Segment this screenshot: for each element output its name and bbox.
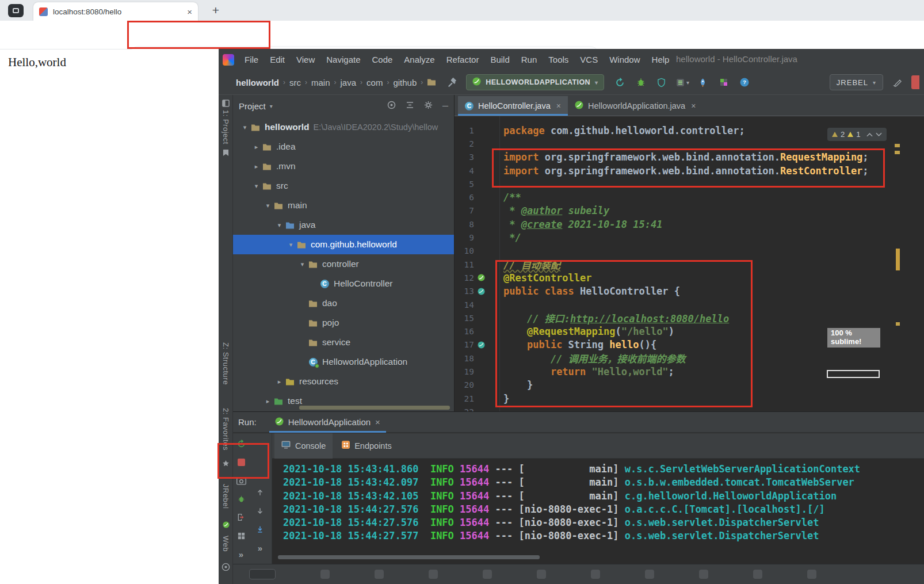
scrollbar-thumb-mark[interactable] bbox=[896, 249, 900, 270]
tree-item-main[interactable]: ▾main bbox=[233, 196, 454, 215]
project-panel-title[interactable]: Project bbox=[239, 101, 266, 111]
console-output[interactable]: 2021-10-18 15:43:41.860 INFO 15644 --- [… bbox=[272, 459, 924, 564]
leaf-green-icon[interactable] bbox=[474, 274, 488, 281]
scrollbar-warning-mark[interactable] bbox=[895, 151, 900, 154]
jrebel-select[interactable]: JREBEL ▾ bbox=[830, 74, 883, 90]
editor-tab-helloworldapplication-java[interactable]: HelloworldApplication.java× bbox=[568, 96, 702, 116]
stripe-web-button[interactable]: Web bbox=[222, 536, 230, 552]
subtab-endpoints[interactable]: Endpoints bbox=[335, 433, 399, 459]
brush-icon[interactable] bbox=[890, 75, 904, 90]
tree-item-service[interactable]: service bbox=[233, 333, 454, 352]
tab-close-icon[interactable]: × bbox=[187, 7, 192, 17]
code-line-5[interactable]: 5 bbox=[455, 177, 924, 190]
tree-closed-arrow-icon[interactable]: ▸ bbox=[251, 163, 261, 170]
breadcrumb-item-main[interactable]: main bbox=[311, 78, 330, 87]
code-line-15[interactable]: 15 // 接口:http://localhost:8080/hello bbox=[455, 311, 924, 325]
code-line-22[interactable]: 22 bbox=[455, 405, 924, 411]
profiler-icon[interactable] bbox=[696, 75, 710, 90]
run-configuration-select[interactable]: HELLOWORLDAPPLICATION ▾ bbox=[466, 74, 604, 90]
tree-open-arrow-icon[interactable]: ▾ bbox=[297, 261, 307, 268]
tab-actions-button[interactable] bbox=[8, 4, 24, 17]
tree-open-arrow-icon[interactable]: ▾ bbox=[263, 202, 273, 209]
prev-issue-icon[interactable] bbox=[866, 130, 873, 139]
tree-open-arrow-icon[interactable]: ▾ bbox=[286, 241, 296, 249]
code-line-10[interactable]: 10 bbox=[455, 245, 924, 258]
code-line-6[interactable]: 6/** bbox=[455, 190, 924, 204]
code-line-21[interactable]: 21} bbox=[455, 392, 924, 405]
breadcrumb-folder-icon[interactable] bbox=[427, 78, 436, 87]
plugin-icon[interactable] bbox=[716, 75, 731, 90]
breadcrumb-item-com[interactable]: com bbox=[366, 78, 383, 87]
stripe-jrebel-button[interactable]: JRebel bbox=[222, 484, 230, 509]
tree-closed-arrow-icon[interactable]: ▸ bbox=[263, 398, 273, 405]
menu-file[interactable]: File bbox=[239, 49, 264, 70]
more-button[interactable]: » bbox=[254, 542, 266, 554]
menu-code[interactable]: Code bbox=[366, 49, 398, 70]
to-end-button[interactable] bbox=[254, 524, 266, 535]
menu-view[interactable]: View bbox=[291, 49, 320, 70]
menu-edit[interactable]: Edit bbox=[264, 49, 291, 70]
menu-navigate[interactable]: Navigate bbox=[320, 49, 366, 70]
coverage-icon[interactable]: ▾ bbox=[675, 75, 689, 90]
menu-analyze[interactable]: Analyze bbox=[398, 49, 440, 70]
tree-closed-arrow-icon[interactable]: ▸ bbox=[251, 143, 261, 151]
grid-button[interactable] bbox=[235, 530, 247, 541]
stripe-favorites-button[interactable]: 2: Favorites bbox=[222, 408, 230, 451]
rerun-button[interactable] bbox=[235, 438, 247, 449]
breadcrumb-item-github[interactable]: github bbox=[393, 78, 417, 87]
code-line-12[interactable]: 12@RestController bbox=[455, 271, 924, 284]
gear-icon[interactable] bbox=[424, 101, 433, 111]
breadcrumb-item-helloworld[interactable]: helloworld bbox=[236, 78, 279, 87]
tree-item-hellocontroller[interactable]: CHelloController bbox=[233, 274, 454, 293]
code-line-14[interactable]: 14 bbox=[455, 298, 924, 311]
browser-tab[interactable]: localhost:8080/hello × bbox=[33, 2, 198, 21]
bean-teal-icon[interactable] bbox=[474, 288, 488, 295]
tree-item-helloworldapplication[interactable]: CHelloworldApplication bbox=[233, 352, 454, 372]
menu-tools[interactable]: Tools bbox=[543, 49, 574, 70]
menu-vcs[interactable]: VCS bbox=[574, 49, 604, 70]
tree-item-com-github-helloworld[interactable]: ▾com.github.helloworld bbox=[233, 235, 454, 254]
menu-refactor[interactable]: Refactor bbox=[441, 49, 485, 70]
locate-file-icon[interactable] bbox=[387, 101, 396, 111]
bean-teal-icon[interactable] bbox=[474, 341, 488, 349]
project-hscrollbar[interactable] bbox=[299, 406, 450, 410]
shield-icon[interactable] bbox=[654, 75, 669, 90]
close-icon[interactable]: × bbox=[556, 101, 561, 110]
menu-help[interactable]: Help bbox=[646, 49, 675, 70]
tree-open-arrow-icon[interactable]: ▾ bbox=[251, 182, 261, 190]
code-line-11[interactable]: 11// 自动装配 bbox=[455, 258, 924, 271]
next-issue-icon[interactable] bbox=[876, 130, 882, 139]
tree-item-dao[interactable]: dao bbox=[233, 293, 454, 313]
hide-panel-icon[interactable]: ─ bbox=[442, 101, 448, 110]
chevron-down-icon[interactable]: ▾ bbox=[270, 103, 273, 109]
code-line-18[interactable]: 18 // 调用业务，接收前端的参数 bbox=[455, 352, 924, 365]
run-tab[interactable]: HelloworldApplication × bbox=[269, 412, 386, 433]
breadcrumb-item-src[interactable]: src bbox=[289, 78, 301, 87]
tree-item-pojo[interactable]: pojo bbox=[233, 313, 454, 333]
exit-button[interactable] bbox=[235, 512, 247, 523]
menu-run[interactable]: Run bbox=[516, 49, 543, 70]
code-line-20[interactable]: 20 } bbox=[455, 379, 924, 392]
camera-button[interactable] bbox=[235, 475, 247, 486]
close-icon[interactable]: × bbox=[691, 101, 696, 110]
tree-closed-arrow-icon[interactable]: ▸ bbox=[274, 378, 284, 385]
tree-item--mvn[interactable]: ▸.mvn bbox=[233, 157, 454, 176]
code-line-9[interactable]: 9 */ bbox=[455, 231, 924, 244]
code-lines[interactable]: 1package com.github.helloworld.controlle… bbox=[455, 116, 924, 411]
tree-open-arrow-icon[interactable]: ▾ bbox=[274, 222, 284, 229]
console-hscrollbar[interactable] bbox=[278, 555, 540, 559]
build-hammer-icon[interactable] bbox=[445, 77, 459, 88]
stop-button[interactable] bbox=[235, 456, 247, 468]
more-button[interactable]: » bbox=[235, 548, 247, 560]
bookmark-icon[interactable] bbox=[221, 148, 231, 158]
scrollbar-warning-mark[interactable] bbox=[895, 144, 900, 147]
star-icon[interactable] bbox=[221, 459, 231, 468]
tree-item-src[interactable]: ▾src bbox=[233, 176, 454, 196]
tree-item-helloworld[interactable]: ▾helloworld E:\Java\IDEA2020.2\Study\hel… bbox=[233, 117, 454, 137]
tree-item-controller[interactable]: ▾controller bbox=[233, 254, 454, 274]
tree-item-resources[interactable]: ▸resources bbox=[233, 372, 454, 391]
tree-item-java[interactable]: ▾java bbox=[233, 215, 454, 235]
debug-icon[interactable] bbox=[633, 75, 648, 90]
tree-item--idea[interactable]: ▸.idea bbox=[233, 137, 454, 157]
down-button[interactable] bbox=[254, 505, 266, 517]
